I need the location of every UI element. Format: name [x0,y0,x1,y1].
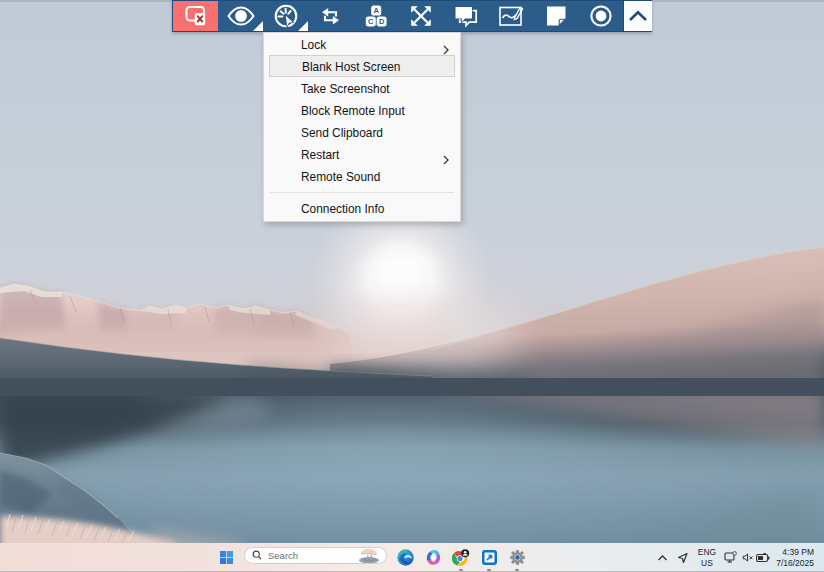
svg-text:C: C [368,17,374,26]
svg-text:D: D [378,17,384,26]
svg-text:A: A [373,6,379,15]
